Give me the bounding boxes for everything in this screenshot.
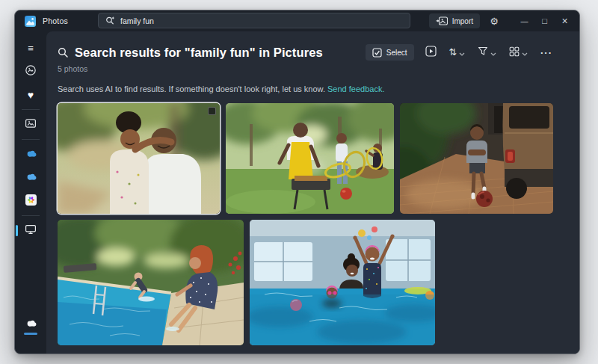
import-button[interactable]: Import: [429, 13, 480, 28]
photo-thumbnail[interactable]: [58, 103, 220, 214]
navigation-rail: ≡ ♥: [15, 31, 46, 354]
sort-arrows-icon: ⇅: [449, 48, 457, 58]
sidebar-divider: [22, 139, 40, 140]
photo-thumbnail[interactable]: [226, 103, 394, 214]
layout-grid-icon: [509, 46, 520, 59]
menu-button[interactable]: ≡: [19, 37, 42, 59]
page-title: Search results for "family fun" in Pictu…: [75, 46, 323, 60]
photo-thumbnail[interactable]: [250, 220, 435, 345]
chevron-down-icon: [522, 47, 528, 58]
photo-grid-row-1: [58, 103, 579, 214]
storage-indicator[interactable]: [19, 318, 42, 336]
icloud-photos-icon: [25, 194, 37, 208]
heart-icon: ♥: [28, 90, 34, 100]
search-input[interactable]: [120, 13, 410, 28]
cloud-icon: [25, 172, 37, 183]
folders-icon: [25, 117, 37, 132]
select-button[interactable]: Select: [366, 44, 414, 61]
close-button[interactable]: ×: [555, 11, 575, 31]
photo-count: 5 photos: [58, 64, 579, 73]
maximize-button[interactable]: □: [534, 11, 555, 31]
import-label: Import: [452, 17, 473, 25]
sidebar-item-onedrive[interactable]: [19, 144, 42, 165]
thumbnail-badge-icon: [208, 107, 216, 115]
more-ellipsis-icon: ···: [540, 48, 552, 58]
all-photos-icon: [25, 64, 37, 78]
titlebar-actions: Import ⚙ — □ ×: [429, 10, 575, 31]
filter-button[interactable]: [476, 45, 498, 60]
settings-gear-icon[interactable]: ⚙: [484, 12, 504, 30]
results-toolbar: Select ⇅: [366, 44, 554, 61]
search-icon: [105, 16, 115, 25]
chevron-down-icon: [490, 47, 496, 58]
page-header: Search results for "family fun" in Pictu…: [58, 43, 579, 62]
send-feedback-link[interactable]: Send feedback.: [327, 84, 384, 93]
photo-grid-row-2: [58, 220, 579, 345]
sort-button[interactable]: ⇅: [448, 46, 466, 60]
photos-app-logo-icon: [25, 16, 36, 27]
filter-funnel-icon: [478, 46, 488, 58]
sidebar-item-onedrive-photos[interactable]: [19, 167, 42, 188]
sidebar-item-all-photos[interactable]: [19, 61, 42, 82]
desktop-background: Photos: [0, 0, 598, 364]
sidebar-item-icloud[interactable]: [19, 190, 42, 212]
sidebar-divider: [22, 215, 40, 216]
app-title: Photos: [43, 16, 68, 25]
more-button[interactable]: ···: [539, 46, 554, 59]
photo-thumbnail[interactable]: [58, 220, 244, 345]
slideshow-button[interactable]: [424, 44, 438, 61]
import-icon: [436, 16, 448, 25]
search-box[interactable]: [98, 13, 410, 28]
hamburger-icon: ≡: [28, 43, 34, 53]
title-bar: Photos: [15, 10, 579, 31]
ai-notice-text: Search uses AI to find results. If somet…: [58, 84, 325, 93]
cloud-icon: [25, 149, 37, 160]
select-label: Select: [386, 49, 407, 57]
slideshow-icon: [425, 46, 437, 59]
photos-app-window: Photos: [14, 10, 580, 354]
storage-cloud-icon: [25, 318, 37, 330]
ai-notice: Search uses AI to find results. If somet…: [58, 84, 579, 93]
content-panel: Search results for "family fun" in Pictu…: [46, 31, 579, 354]
sidebar-item-folders[interactable]: [19, 114, 42, 135]
photo-thumbnail[interactable]: [400, 103, 553, 214]
checkbox-icon: [372, 48, 382, 58]
chevron-down-icon: [459, 47, 465, 58]
sidebar-item-favorites[interactable]: ♥: [19, 84, 42, 105]
sidebar-item-this-pc[interactable]: [19, 220, 42, 241]
this-pc-icon: [25, 224, 37, 237]
minimize-button[interactable]: —: [514, 11, 534, 31]
storage-progress-bar: [24, 333, 37, 335]
layout-button[interactable]: [508, 45, 529, 61]
heading-search-icon: [58, 47, 69, 58]
sidebar-divider: [22, 109, 40, 110]
